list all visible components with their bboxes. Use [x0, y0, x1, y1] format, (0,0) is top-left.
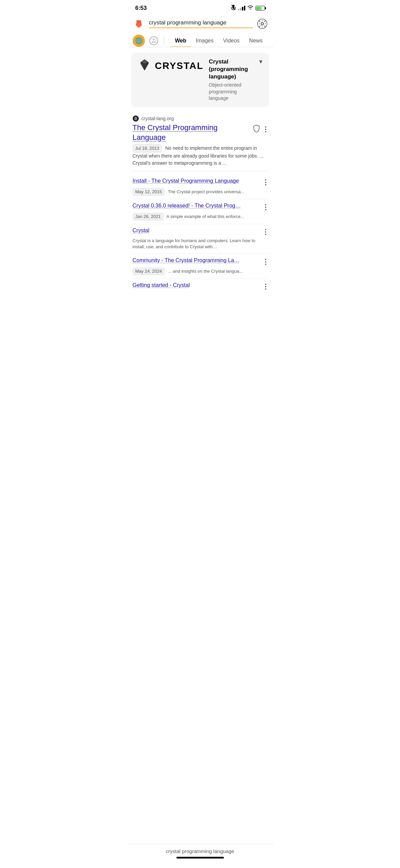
search-query: crystal programming language — [149, 19, 227, 26]
settings-icon[interactable] — [257, 18, 268, 29]
battery-icon: ⚡ — [255, 6, 265, 11]
sub-results: Install - The Crystal Programming Langua… — [133, 171, 268, 294]
sub-result-title-2[interactable]: Crystal — [133, 228, 261, 234]
sub-result-item: Install - The Crystal Programming Langua… — [133, 175, 268, 199]
sub-result-title-0[interactable]: Install - The Crystal Programming Langua… — [133, 178, 261, 184]
sub-result-snippet-0: May 12, 2015 The Crystal project provide… — [133, 188, 268, 196]
sub-result-snippet-2: Crystal is a language for humans and com… — [133, 238, 268, 250]
sub-result-item: Community - The Crystal Programming La… … — [133, 254, 268, 279]
sub-result-date-0: May 12, 2015 — [133, 188, 165, 196]
sub-result-item: Getting started - Crystal — [133, 279, 268, 294]
tab-divider — [164, 37, 164, 45]
sub-result-item: Crystal Crystal is a language for humans… — [133, 224, 268, 254]
sub-result-date-1: Jan 26, 2021 — [133, 213, 164, 220]
sub-result-title-1[interactable]: Crystal 0.36.0 released! - The Crystal P… — [133, 203, 261, 209]
shield-icon[interactable] — [253, 124, 260, 134]
result-snippet: Jul 18, 2013 No need to implement the en… — [133, 144, 268, 167]
result-more-icon[interactable] — [264, 125, 268, 134]
sub-result-more-0[interactable] — [264, 178, 268, 187]
sub-result-more-4[interactable] — [264, 282, 268, 291]
sub-result-title-row: Install - The Crystal Programming Langua… — [133, 178, 268, 187]
result-action-icons — [253, 123, 268, 134]
result-favicon — [133, 115, 139, 122]
tab-images[interactable]: Images — [191, 35, 218, 47]
result-source-row: crystal-lang.org — [133, 115, 268, 122]
crystal-text-logo: CRYSTAL — [155, 60, 204, 71]
sub-result-date-3: May 24, 2024 — [133, 268, 165, 275]
signal-bars-icon — [238, 6, 245, 11]
status-time: 6:53 — [135, 5, 147, 12]
status-bar: 6:53 ⚡ — [127, 0, 273, 14]
sub-result-title-row: Community - The Crystal Programming La… — [133, 257, 268, 266]
sub-result-title-row: Crystal 0.36.0 released! - The Crystal P… — [133, 203, 268, 212]
search-input-area[interactable]: crystal programming language — [149, 19, 253, 28]
search-results: crystal-lang.org The Crystal Programming… — [127, 113, 273, 304]
sub-result-title-row: Crystal — [133, 228, 268, 236]
sub-result-item: Crystal 0.36.0 released! - The Crystal P… — [133, 199, 268, 224]
status-icons: ⚡ — [231, 5, 265, 12]
knowledge-title: Crystal (programming language) — [209, 58, 253, 80]
svg-point-2 — [261, 23, 263, 25]
sub-result-title-4[interactable]: Getting started - Crystal — [133, 282, 261, 288]
result-title[interactable]: The Crystal Programming Language — [133, 123, 250, 142]
knowledge-subtitle: Object-oriented programming language — [209, 82, 253, 102]
sub-result-title-row: Getting started - Crystal — [133, 282, 268, 291]
knowledge-dropdown-icon[interactable]: ▼ — [258, 59, 264, 65]
tab-web[interactable]: Web — [170, 35, 191, 47]
svg-point-4 — [150, 37, 158, 45]
globe-icon[interactable]: 🌐 — [133, 35, 145, 47]
brave-logo — [133, 18, 145, 30]
sub-result-text-2: Crystal is a language for humans and com… — [133, 238, 255, 249]
mute-icon — [231, 5, 236, 12]
soccer-icon[interactable] — [148, 35, 159, 46]
sub-result-more-2[interactable] — [264, 228, 268, 236]
tabs-row: 🌐 Web Images Videos News — [127, 33, 273, 47]
wifi-icon — [247, 5, 253, 11]
sub-result-text-1: A simple example of what this enforce... — [167, 214, 244, 219]
svg-marker-6 — [135, 117, 136, 120]
sub-result-snippet-3: May 24, 2024 ... and insights on the Cry… — [133, 268, 268, 275]
main-result: crystal-lang.org The Crystal Programming… — [133, 115, 268, 294]
sub-result-more-3[interactable] — [264, 257, 268, 266]
search-bar[interactable]: crystal programming language — [127, 14, 273, 33]
sub-result-snippet-1: Jan 26, 2021 A simple example of what th… — [133, 213, 268, 220]
tab-news[interactable]: News — [244, 35, 267, 47]
sub-result-text-0: The Crystal project provides universa... — [168, 189, 244, 194]
sub-result-more-1[interactable] — [264, 203, 268, 212]
result-date-badge: Jul 18, 2013 — [133, 144, 162, 152]
tab-videos[interactable]: Videos — [218, 35, 244, 47]
result-domain: crystal-lang.org — [141, 116, 174, 121]
sub-result-title-3[interactable]: Community - The Crystal Programming La… — [133, 257, 261, 264]
knowledge-card[interactable]: CRYSTAL Crystal (programming language) O… — [131, 53, 269, 107]
result-title-row: The Crystal Programming Language — [133, 123, 268, 142]
crystal-logo-area: CRYSTAL — [137, 58, 204, 74]
crystal-gem-icon — [137, 58, 152, 74]
knowledge-info: Crystal (programming language) Object-or… — [209, 58, 253, 102]
sub-result-text-3: ... and insights on the Crystal langua..… — [168, 269, 243, 274]
